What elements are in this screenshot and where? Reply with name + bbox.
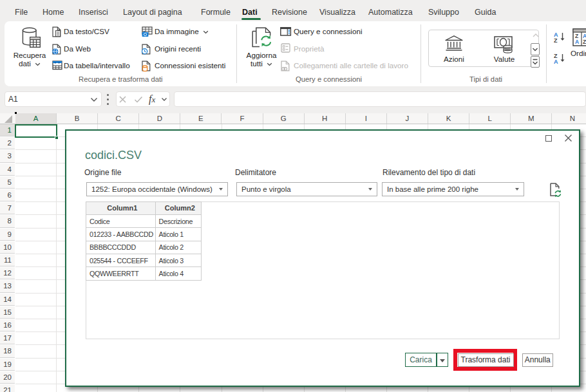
svg-text:A: A [554, 59, 558, 64]
svg-text:A: A [575, 39, 579, 45]
svg-text:Z: Z [554, 37, 558, 43]
svg-text:Z: Z [583, 39, 586, 45]
